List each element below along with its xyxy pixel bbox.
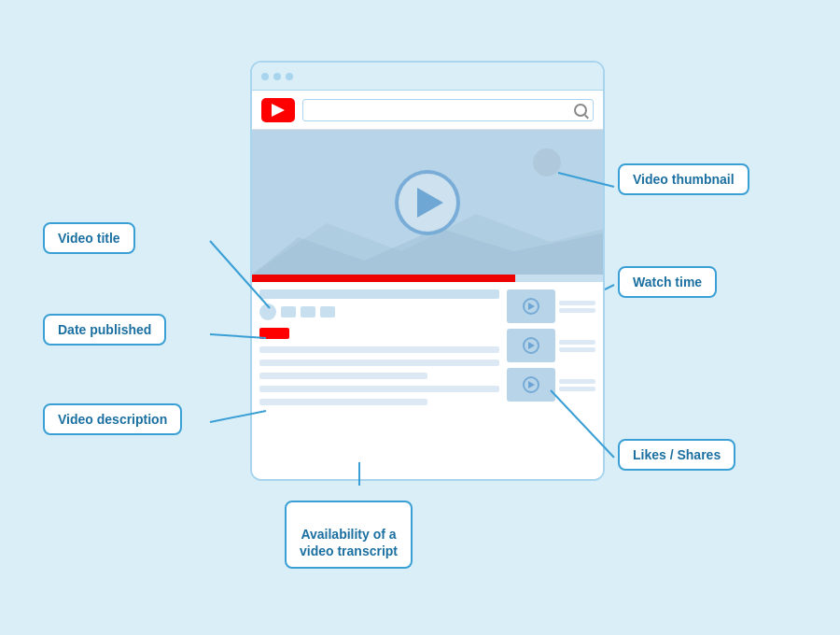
search-icon [574, 104, 587, 117]
label-video-title: Video title [43, 222, 135, 254]
play-triangle-icon [417, 188, 443, 218]
like-icon [281, 306, 296, 318]
thumb-img-2 [507, 329, 555, 362]
thumb-line-1b [559, 308, 595, 313]
dislike-icon [301, 306, 315, 318]
thumb-play-tri-2 [528, 342, 535, 349]
thumb-line-2a [559, 340, 595, 345]
youtube-search-bar[interactable] [302, 99, 594, 121]
video-title-bar [259, 289, 499, 299]
video-thumbnail-dot [533, 148, 561, 176]
label-video-thumbnail: Video thumbnail [618, 163, 749, 195]
recommended-video-3[interactable] [507, 368, 595, 402]
browser-dot-3 [286, 73, 293, 80]
channel-avatar [259, 303, 276, 320]
label-video-description: Video description [43, 403, 182, 435]
thumb-line-1a [559, 301, 595, 305]
thumb-img-1 [507, 289, 555, 323]
label-likes-shares: Likes / Shares [618, 439, 735, 471]
thumb-line-3a [559, 379, 595, 384]
thumb-lines-2 [559, 340, 595, 352]
browser-dot-1 [261, 73, 269, 80]
desc-line-2 [259, 360, 499, 366]
recommended-video-1[interactable] [507, 289, 595, 323]
browser-dot-2 [273, 73, 281, 80]
desc-line-1 [259, 346, 499, 353]
youtube-logo [261, 98, 295, 122]
recommended-video-2[interactable] [507, 329, 595, 362]
svg-line-7 [605, 285, 614, 289]
label-watch-time: Watch time [618, 266, 717, 298]
label-availability-transcript: Availability of a video transcript [285, 501, 413, 569]
desc-line-4 [259, 386, 499, 392]
right-column [507, 289, 595, 475]
thumb-lines-3 [559, 379, 595, 391]
thumb-lines-1 [559, 301, 595, 313]
youtube-nav [252, 91, 603, 130]
browser-mockup [250, 61, 605, 481]
thumb-line-2b [559, 347, 595, 352]
thumb-img-3 [507, 368, 555, 402]
thumb-play-3 [523, 376, 539, 393]
thumb-line-3b [559, 387, 595, 391]
video-player [252, 130, 603, 275]
content-area [252, 282, 603, 481]
thumb-play-1 [523, 298, 539, 315]
left-column [259, 289, 499, 475]
desc-line-5 [259, 399, 427, 405]
thumb-play-tri-1 [528, 303, 535, 310]
progress-bar-fill [252, 275, 515, 282]
label-date-published: Date published [43, 314, 166, 346]
share-icon [320, 306, 335, 318]
play-button[interactable] [395, 170, 460, 235]
subscribe-row [259, 325, 499, 342]
meta-row [259, 303, 499, 320]
thumb-play-tri-3 [528, 381, 535, 388]
thumb-play-2 [523, 337, 539, 354]
progress-bar[interactable] [252, 275, 603, 282]
subscribe-button[interactable] [259, 328, 289, 339]
svg-marker-1 [252, 228, 605, 275]
desc-line-3 [259, 373, 427, 379]
browser-titlebar [252, 63, 603, 91]
